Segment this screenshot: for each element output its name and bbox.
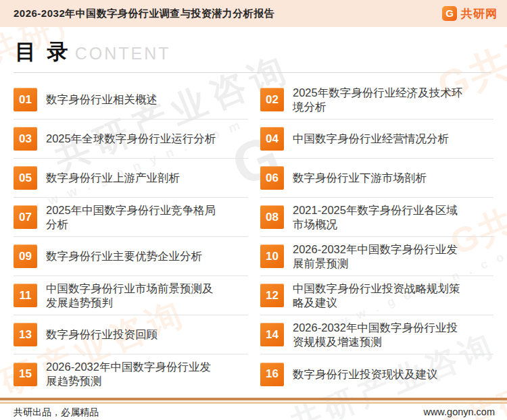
toc-item-number: 09: [14, 244, 37, 268]
toc-item-number: 16: [260, 363, 284, 386]
toc-item-title: 2025年全球数字身份行业运行分析: [46, 132, 216, 146]
toc-item-title: 中国数字身份行业经营情况分析: [293, 132, 449, 146]
report-title: 2026-2032年中国数字身份行业调查与投资潜力分析报告: [14, 7, 274, 20]
toc-item-title: 数字身份行业投资回顾: [46, 327, 158, 342]
toc-item-number: 15: [14, 363, 37, 386]
toc-item-title: 2026-2032年中国数字身份行业投 资规模及增速预测: [293, 321, 458, 349]
toc-title-en: CONTENT: [75, 43, 171, 64]
footer-accent-line-dark: [0, 398, 507, 400]
footer-website-url: www.gonyn.com: [423, 406, 495, 417]
brand-logo-icon: G: [442, 6, 457, 21]
toc-item-number: 10: [260, 244, 284, 268]
toc-title-cn: 目 录: [15, 39, 71, 64]
toc-item-title: 2026-2032年中国数字身份行业发 展趋势预测: [46, 360, 211, 388]
toc-item-title: 2026-2032年中国数字身份行业发 展前景预测: [293, 242, 458, 271]
toc-item-number: 01: [14, 88, 37, 111]
toc-item-number: 05: [14, 166, 37, 190]
toc-item-title: 2025年中国数字身份行业竞争格局 分析: [46, 203, 216, 232]
header-bar: 2026-2032年中国数字身份行业调查与投资潜力分析报告 G 共研网: [0, 0, 507, 27]
report-toc-page: 共研产业咨询 共研产业咨询 w w w . g o n y n . c o m …: [0, 0, 507, 420]
toc-item: 05 数字身份行业上游产业剖析: [14, 159, 248, 198]
toc-item: 10 2026-2032年中国数字身份行业发 展前景预测: [260, 237, 493, 276]
toc-item-number: 03: [14, 127, 37, 151]
toc-item-number: 13: [14, 323, 37, 346]
toc-item: 16 数字身份行业投资现状及建议: [260, 355, 493, 394]
toc-item: 08 2021-2025年数字身份行业各区域 市场概况: [260, 198, 493, 237]
toc-item-title: 中国数字身份行业投资战略规划策 略及建议: [293, 282, 460, 310]
toc-item-title: 2025年数字身份行业经济及技术环 境分析: [293, 86, 462, 114]
toc-item-number: 04: [260, 127, 284, 151]
brand-logo-text: 共研网: [461, 6, 498, 22]
toc-item-number: 06: [260, 166, 284, 190]
toc-item: 14 2026-2032年中国数字身份行业投 资规模及增速预测: [260, 315, 493, 355]
toc-item: 07 2025年中国数字身份行业竞争格局 分析: [14, 198, 248, 237]
brand-logo: G 共研网: [442, 6, 498, 22]
footer-slogan: 共研出品，必属精品: [14, 406, 99, 419]
toc-item: 13 数字身份行业投资回顾: [14, 315, 248, 355]
toc-item: 06 数字身份行业下游市场剖析: [260, 159, 493, 198]
toc-item-title: 数字身份行业投资现状及建议: [293, 367, 438, 382]
toc-item: 03 2025年全球数字身份行业运行分析: [14, 120, 248, 159]
toc-item-title: 数字身份行业上游产业剖析: [46, 171, 180, 185]
toc-item-number: 12: [260, 284, 284, 307]
toc-grid: 01 数字身份行业相关概述 02 2025年数字身份行业经济及技术环 境分析 0…: [14, 80, 493, 394]
toc-item-number: 07: [14, 205, 37, 229]
toc-item-title: 数字身份行业主要优势企业分析: [46, 249, 202, 263]
toc-item-title: 中国数字身份行业市场前景预测及 发展趋势预判: [46, 282, 214, 310]
toc-heading: 目 录 CONTENT: [15, 39, 170, 64]
toc-item: 01 数字身份行业相关概述: [14, 80, 248, 120]
toc-item-number: 08: [260, 205, 284, 229]
toc-item: 15 2026-2032年中国数字身份行业发 展趋势预测: [14, 355, 248, 394]
toc-item-title: 数字身份行业下游市场剖析: [293, 171, 427, 185]
heading-divider: [14, 72, 491, 73]
toc-item-title: 2021-2025年数字身份行业各区域 市场概况: [293, 203, 458, 232]
toc-item: 02 2025年数字身份行业经济及技术环 境分析: [260, 80, 493, 120]
footer-accent-line-light: [0, 402, 507, 404]
toc-item: 11 中国数字身份行业市场前景预测及 发展趋势预判: [14, 276, 248, 315]
toc-item-number: 11: [14, 284, 37, 307]
toc-item: 12 中国数字身份行业投资战略规划策 略及建议: [260, 276, 493, 315]
toc-item-title: 数字身份行业相关概述: [46, 93, 158, 107]
toc-item-number: 14: [260, 323, 284, 346]
toc-item: 04 中国数字身份行业经营情况分析: [260, 120, 493, 159]
toc-item-number: 02: [260, 88, 284, 111]
toc-item: 09 数字身份行业主要优势企业分析: [14, 237, 248, 276]
